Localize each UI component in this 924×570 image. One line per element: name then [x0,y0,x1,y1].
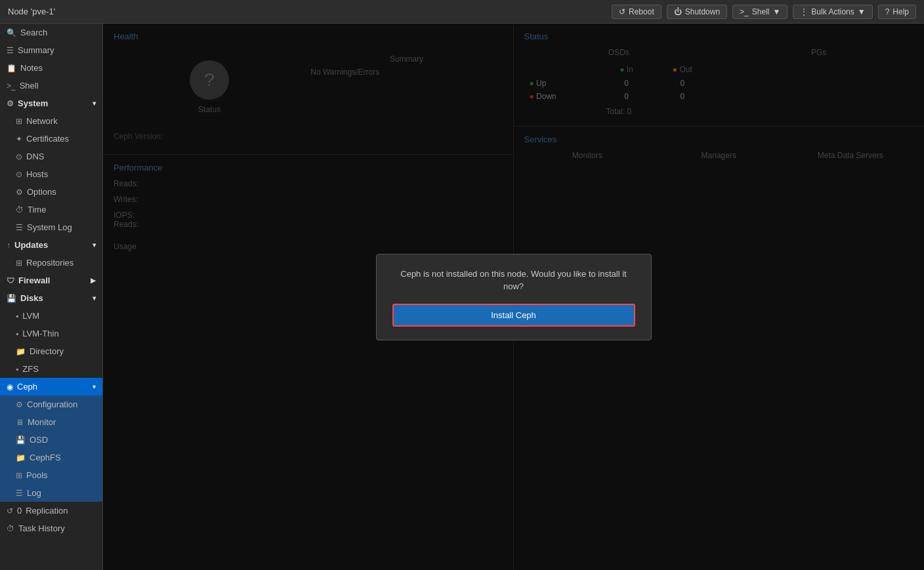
pools-icon: ⊞ [16,471,22,480]
sidebar-item-cephfs[interactable]: 📁 CephFS [0,449,102,466]
updates-icon: ↑ [7,241,10,250]
sidebar-item-search[interactable]: 🔍 Search [0,24,102,41]
sidebar-item-zfs[interactable]: ▪ ZFS [0,360,102,378]
hosts-icon: ⊙ [16,170,22,179]
firewall-arrow-icon: ▶ [91,277,96,284]
sidebar-item-summary[interactable]: ☰ Summary [0,41,102,59]
cephfs-icon: 📁 [16,453,26,462]
sidebar-item-task-history[interactable]: ⏱ Task History [0,519,102,537]
install-ceph-modal: Ceph is not installed on this node. Woul… [376,254,652,340]
sidebar-item-options[interactable]: ⚙ Options [0,183,102,201]
sidebar-item-ceph[interactable]: ◉ Ceph ▾ [0,378,102,396]
sidebar-item-repositories[interactable]: ⊞ Repositories [0,254,102,272]
sidebar-item-network[interactable]: ⊞ Network [0,112,102,130]
sidebar-item-notes[interactable]: 📋 Notes [0,59,102,77]
sidebar-item-hosts[interactable]: ⊙ Hosts [0,165,102,183]
system-icon: ⚙ [7,99,14,108]
time-icon: ⏱ [16,205,24,214]
lvm-icon: ▪ [16,312,18,321]
sidebar: 🔍 Search ☰ Summary 📋 Notes >_ Shell ⚙ Sy… [0,24,103,570]
sidebar-item-directory[interactable]: 📁 Directory [0,342,102,360]
configuration-icon: ⚙ [16,400,23,409]
shutdown-button[interactable]: ⏻ Shutdown [667,5,727,19]
shell-sidebar-icon: >_ [7,81,16,91]
sidebar-item-monitor[interactable]: 🖥 Monitor [0,413,102,431]
sidebar-item-system-log[interactable]: ☰ System Log [0,218,102,236]
sidebar-item-osd[interactable]: 💾 OSD [0,431,102,449]
search-icon: 🔍 [7,28,16,37]
ceph-arrow-icon: ▾ [93,383,96,390]
sidebar-item-replication[interactable]: ↺ 0 Replication [0,502,102,519]
ceph-icon: ◉ [7,382,13,392]
repositories-icon: ⊞ [16,258,22,268]
sidebar-item-certificates[interactable]: ✦ Certificates [0,130,102,148]
disks-arrow-icon: ▾ [93,295,96,302]
zfs-icon: ▪ [16,365,18,374]
sidebar-item-lvm-thin[interactable]: ▪ LVM-Thin [0,325,102,342]
sidebar-item-configuration[interactable]: ⚙ Configuration [0,396,102,413]
modal-message: Ceph is not installed on this node. Woul… [392,268,635,293]
notes-icon: 📋 [7,64,16,73]
monitor-icon: 🖥 [16,418,24,427]
system-log-icon: ☰ [16,223,23,232]
shutdown-icon: ⏻ [674,7,682,16]
dns-icon: ⊙ [16,152,22,161]
sidebar-item-updates[interactable]: ↑ Updates ▾ [0,236,102,254]
install-ceph-overlay: Ceph is not installed on this node. Woul… [103,24,924,570]
shell-icon: >_ [740,7,749,16]
shell-dropdown-icon: ▼ [772,7,780,16]
log-icon: ☰ [16,489,23,498]
summary-icon: ☰ [7,46,14,55]
bulk-dropdown-icon: ▼ [858,7,866,16]
sidebar-item-pools[interactable]: ⊞ Pools [0,466,102,484]
disks-icon: 💾 [7,294,16,303]
replication-icon: ↺ [7,506,13,516]
bulk-actions-button[interactable]: ⋮ Bulk Actions ▼ [793,5,872,19]
system-arrow-icon: ▾ [93,100,96,107]
sidebar-item-time[interactable]: ⏱ Time [0,201,102,218]
install-ceph-button[interactable]: Install Ceph [392,304,635,327]
topbar: Node 'pve-1' ↺ Reboot ⏻ Shutdown >_ Shel… [0,0,924,24]
sidebar-item-lvm[interactable]: ▪ LVM [0,307,102,325]
certificates-icon: ✦ [16,134,22,144]
bulk-actions-icon: ⋮ [800,7,808,16]
sidebar-item-system[interactable]: ⚙ System ▾ [0,94,102,112]
sidebar-item-shell[interactable]: >_ Shell [0,77,102,94]
help-button[interactable]: ? Help [878,5,916,19]
sidebar-item-log[interactable]: ☰ Log [0,484,102,502]
directory-icon: 📁 [16,347,26,356]
reboot-icon: ↺ [619,7,625,16]
sidebar-item-firewall[interactable]: 🛡 Firewall ▶ [0,272,102,289]
content-area: Health ? Status Summary No Warnings/Erro… [103,24,924,570]
sidebar-item-disks[interactable]: 💾 Disks ▾ [0,289,102,307]
network-icon: ⊞ [16,117,22,126]
firewall-icon: 🛡 [7,276,14,285]
lvm-thin-icon: ▪ [16,329,18,338]
sidebar-item-dns[interactable]: ⊙ DNS [0,148,102,165]
osd-icon: 💾 [16,436,26,445]
task-history-icon: ⏱ [7,524,14,533]
reboot-button[interactable]: ↺ Reboot [612,5,662,19]
options-icon: ⚙ [16,188,23,197]
main-layout: 🔍 Search ☰ Summary 📋 Notes >_ Shell ⚙ Sy… [0,24,924,570]
topbar-title: Node 'pve-1' [8,7,606,16]
updates-arrow-icon: ▾ [93,241,96,249]
help-icon: ? [885,7,890,16]
shell-button[interactable]: >_ Shell ▼ [732,5,788,19]
